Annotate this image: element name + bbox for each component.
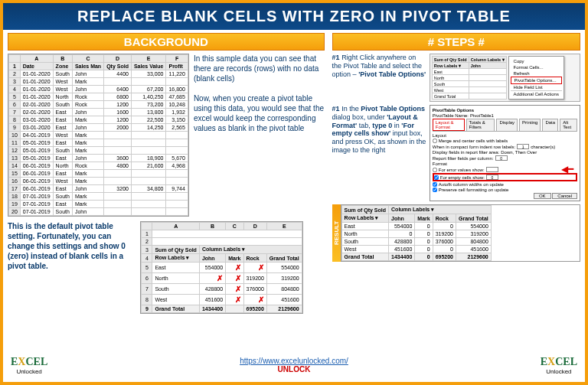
logo-left: EXCEL Unlocked	[11, 356, 47, 375]
ctx-pivot-options[interactable]: PivotTable Options...	[511, 77, 562, 84]
page-title: REPLACE BLANK CELLS WITH ZERO IN PIVOT T…	[3, 3, 585, 30]
source-table-wrap: ABCDEF1DateZoneSales ManQty SoldSales Va…	[8, 54, 189, 217]
dialog-title: PivotTable Options	[433, 108, 577, 113]
context-menu[interactable]: Copy Format Cells... Refresh PivotTable …	[508, 56, 564, 100]
tab-alt[interactable]: Alt Text	[560, 119, 577, 131]
bg-text-1: In this sample data you can see that the…	[194, 54, 318, 83]
ctx-hide[interactable]: Hide Field List	[511, 84, 562, 90]
step-2: #1 In the Pivot Table Options dialog box…	[332, 105, 580, 201]
pivot-default: ABCDE123Sum of Qty SoldColumn Labels ▾4R…	[141, 222, 302, 313]
tab-printing[interactable]: Printing	[519, 119, 541, 131]
dialog-tabs: Layout & Format Totals & Filters Display…	[433, 119, 577, 132]
tab-data[interactable]: Data	[542, 119, 558, 131]
steps-header: # STEPS #	[332, 33, 580, 51]
step-1-text: #1 Right Click anywhere on the Pivot Tab…	[332, 54, 426, 102]
content: BACKGROUND ABCDEF1DateZoneSales ManQty S…	[3, 30, 585, 347]
note-text: This is the default pivot table setting.…	[8, 221, 134, 271]
format-header: Format	[433, 162, 577, 166]
step-2-num: #1	[332, 105, 340, 113]
background-text: In this sample data you can see that the…	[194, 54, 325, 217]
result-row: RESULT Sum of Qty SoldColumn Labels ▾Row…	[332, 204, 580, 262]
step-2-text: #1 In the Pivot Table Options dialog box…	[332, 105, 426, 201]
ctx-format[interactable]: Format Cells...	[511, 64, 562, 70]
empty-cells-row: For empty cells show:0	[433, 173, 577, 181]
merge-checkbox[interactable]	[433, 139, 437, 143]
empty-input[interactable]: 0	[486, 175, 498, 180]
page-frame: REPLACE BLANK CELLS WITH ZERO IN PIVOT T…	[0, 0, 588, 385]
ok-button[interactable]: OK	[534, 193, 551, 199]
step-1-image: Sum of Qty SoldColumn Labels ▾Row Labels…	[430, 54, 580, 102]
logo-right: EXCEL Unlocked	[541, 356, 577, 375]
background-section: BACKGROUND ABCDEF1DateZoneSales ManQty S…	[3, 30, 329, 347]
pivot-options-dialog: PivotTable Options PivotTable Name: Pivo…	[430, 105, 580, 201]
result-label: RESULT	[332, 204, 341, 262]
link[interactable]: https://www.excelunlocked.com/	[240, 357, 348, 365]
tab-layout-format[interactable]: Layout & Format	[433, 119, 465, 131]
step-1: #1 Right Click anywhere on the Pivot Tab…	[332, 54, 580, 102]
bg-text-2: Now, when you create a pivot table using…	[194, 94, 324, 132]
tab-display[interactable]: Display	[496, 119, 518, 131]
cancel-button[interactable]: Cancel	[552, 193, 577, 199]
step-1-num: #1	[332, 54, 340, 61]
err-checkbox[interactable]	[433, 168, 437, 172]
pivot-result: Sum of Qty SoldColumn Labels ▾Row Labels…	[341, 205, 492, 261]
pivot-default-wrap: ABCDE123Sum of Qty SoldColumn Labels ▾4R…	[140, 221, 302, 314]
step-1-mini-pivot: Sum of Qty SoldColumn Labels ▾Row Labels…	[432, 56, 507, 100]
steps-section: # STEPS # #1 Right Click anywhere on the…	[329, 30, 585, 347]
ctx-copy[interactable]: Copy	[511, 58, 562, 64]
err-input[interactable]	[486, 167, 498, 172]
layout-header: Layout	[433, 133, 577, 138]
ctx-additional[interactable]: Additional Cell Actions	[511, 90, 562, 97]
footer: EXCEL Unlocked https://www.excelunlocked…	[3, 350, 585, 380]
footer-link: https://www.excelunlocked.com/ UNLOCK	[240, 357, 348, 374]
preserve-checkbox[interactable]	[433, 188, 437, 192]
source-table: ABCDEF1DateZoneSales ManQty SoldSales Va…	[8, 54, 188, 216]
report-input[interactable]: 0	[495, 155, 508, 161]
unlock-text: UNLOCK	[278, 365, 311, 374]
background-header: BACKGROUND	[8, 33, 325, 51]
indent-input[interactable]: 1	[517, 144, 529, 149]
ctx-refresh[interactable]: Refresh	[511, 70, 562, 77]
empty-checkbox[interactable]	[434, 175, 439, 180]
red-arrow-icon: ◀━	[561, 164, 573, 175]
autofit-checkbox[interactable]	[433, 182, 437, 187]
tab-totals[interactable]: Totals & Filters	[466, 119, 495, 131]
